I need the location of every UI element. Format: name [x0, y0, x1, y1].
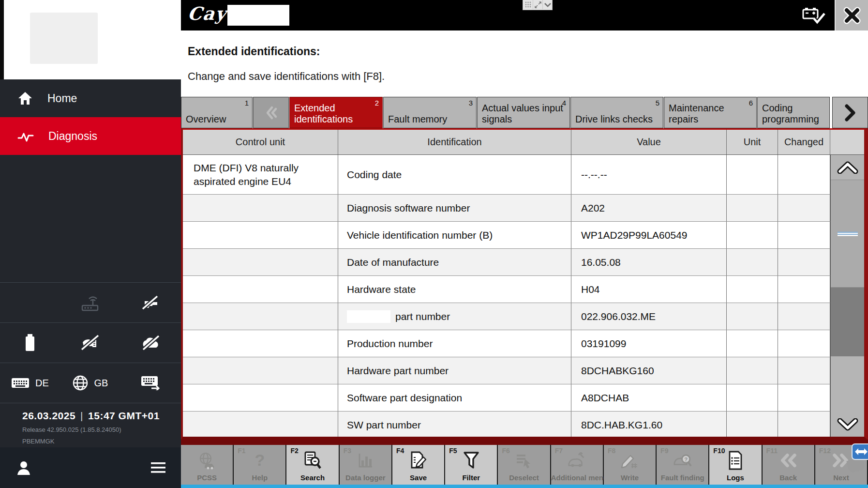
function-key-button[interactable]: PCSS [181, 445, 233, 485]
user-profile-icon[interactable] [15, 459, 32, 476]
column-header-control-unit: Control unit [183, 130, 338, 154]
function-key-button[interactable]: F10 Logs [709, 445, 761, 485]
date-label: 26.03.2025 [22, 410, 75, 421]
scrollbar-thumb[interactable] [831, 180, 864, 288]
sidebar: Home Diagnosis [0, 0, 181, 488]
function-key-button[interactable]: F2 Search [286, 445, 338, 485]
chevron-right-icon [844, 104, 856, 122]
remote-session-border [181, 485, 868, 488]
function-key-button[interactable]: F11 Back [763, 445, 814, 485]
control-unit-cell [183, 276, 338, 303]
function-key-button[interactable]: F4 Save [392, 445, 444, 485]
log-document-icon [726, 450, 745, 471]
cloud-offline-icon [120, 334, 181, 351]
identification-label: Diagnosis software number [347, 202, 470, 214]
identification-cell: SW part number [338, 412, 571, 438]
tab-drive-links-checks[interactable]: 5 Drive links checks [570, 97, 663, 128]
sidebar-item-diagnosis[interactable]: Diagnosis [0, 117, 181, 155]
svg-text:?: ? [684, 457, 688, 462]
scroll-down-button[interactable] [831, 356, 864, 437]
identification-label: Vehicle identification number (B) [347, 229, 493, 241]
value-cell: 03191099 [571, 330, 727, 357]
tab-number: 2 [375, 99, 379, 107]
function-key-button[interactable]: F6 Deselect [498, 445, 550, 485]
changed-cell [778, 303, 830, 330]
tab-overview[interactable]: 1 Overview [181, 97, 253, 128]
fn-key-label: F11 [766, 447, 778, 455]
function-key-button[interactable]: F1 ? Help [234, 445, 285, 485]
table-row[interactable]: Hardware part number 8DCHABKG160 [183, 357, 830, 384]
tab-number: 6 [749, 99, 753, 107]
table-row[interactable]: Production number 03191099 [183, 330, 830, 357]
tabs-scroll-left-button[interactable] [253, 97, 289, 128]
tab-number: 5 [656, 99, 659, 107]
identification-cell: Software part designation [338, 384, 571, 411]
fn-key-label: F9 [660, 447, 668, 455]
table-row[interactable]: Vehicle identification number (B) WP1AD2… [183, 222, 830, 249]
function-key-button[interactable]: F3 Data logger [340, 445, 391, 485]
tabs-scroll-right-button[interactable] [832, 97, 868, 128]
tab-extended-identifications[interactable]: 2 Extended identifications [289, 97, 383, 128]
unit-cell [727, 330, 778, 357]
battery-check-icon [801, 6, 826, 25]
tab-actual-values-input-signals[interactable]: 4 Actual values input signals [477, 97, 570, 128]
window-mini-toolbar [523, 0, 553, 10]
changed-cell [778, 155, 830, 194]
value-cell: 8DC.HAB.KG1.60 [571, 412, 727, 438]
scrollbar-track[interactable] [831, 288, 864, 356]
changed-cell [778, 384, 830, 411]
changed-cell [778, 330, 830, 357]
function-key-button[interactable]: F7 Additional menu [551, 445, 603, 485]
table-row[interactable]: DME (DFI) V8 naturally aspirated engine … [183, 155, 830, 195]
svg-text:?: ? [254, 451, 265, 469]
control-unit-cell: DME (DFI) V8 naturally aspirated engine … [183, 155, 338, 194]
function-key-button[interactable]: F8 Write [604, 445, 656, 485]
table-row[interactable]: SW part number 8DC.HAB.KG1.60 [183, 412, 830, 439]
unit-cell [727, 249, 778, 275]
display-language-label: GB [94, 378, 108, 389]
function-key-button[interactable]: F9 ? Fault finding [657, 445, 708, 485]
language-row: DE GB [0, 363, 181, 403]
close-button[interactable] [835, 0, 868, 30]
table-row[interactable]: part number 022.906.032.ME [183, 303, 830, 330]
device-status-row [0, 322, 181, 363]
redacted-box [227, 5, 289, 26]
main-area: Cay [181, 0, 868, 488]
close-icon [843, 7, 861, 24]
fn-button-label: Data logger [340, 473, 391, 482]
table-row[interactable]: Date of manufacture 16.05.08 [183, 249, 830, 276]
table-row[interactable]: Hardware state H04 [183, 276, 830, 303]
tab-coding-programming[interactable]: Coding programming [757, 97, 830, 128]
keyboard-switch-icon[interactable] [120, 376, 181, 390]
identification-label: Software part designation [347, 392, 462, 404]
display-language[interactable]: GB [60, 375, 120, 391]
fn-button-label: Search [286, 473, 338, 482]
grid-handle-icon[interactable] [523, 0, 533, 9]
identification-label: Coding date [347, 169, 402, 181]
scroll-up-button[interactable] [831, 155, 864, 180]
remote-control-icon[interactable] [852, 443, 868, 460]
keyboard-language[interactable]: DE [0, 377, 60, 389]
expand-icon[interactable] [533, 0, 542, 9]
sidebar-item-home[interactable]: Home [0, 79, 181, 117]
fn-key-label: F5 [449, 447, 457, 455]
tab-number: 1 [245, 99, 249, 107]
table-row[interactable]: Diagnosis software number A202 [183, 195, 830, 222]
fn-key-label: F6 [502, 447, 509, 455]
function-key-button[interactable]: F5 Filter [445, 445, 497, 485]
table-scrollbar [830, 155, 864, 437]
fn-key-label: F10 [713, 447, 725, 455]
connection-status-row [0, 282, 181, 322]
table-row[interactable]: Software part designation A8DCHAB [183, 384, 830, 412]
table-header: Control unit Identification Value Unit C… [183, 130, 864, 155]
tab-fault-memory[interactable]: 3 Fault memory [383, 97, 477, 128]
fn-key-label: F8 [608, 447, 615, 455]
fn-button-label: Back [763, 473, 814, 482]
chevron-down-icon[interactable] [542, 0, 552, 9]
identification-label: Date of manufacture [347, 257, 439, 268]
tab-maintenance-repairs[interactable]: 6 Maintenance repairs [664, 97, 757, 128]
menu-icon[interactable] [151, 462, 165, 473]
unit-cell [727, 303, 778, 330]
changed-cell [778, 276, 830, 303]
sidebar-status-panel: DE GB 26.03.2025|15:47 GMT+01 Release 42… [0, 282, 181, 445]
